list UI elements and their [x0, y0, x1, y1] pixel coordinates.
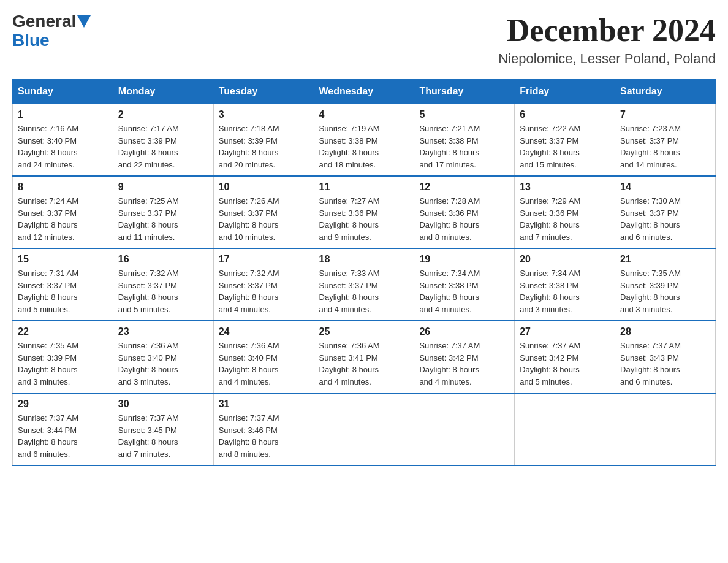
table-row: 10 Sunrise: 7:26 AM Sunset: 3:37 PM Dayl…	[213, 176, 314, 248]
table-row: 31 Sunrise: 7:37 AM Sunset: 3:46 PM Dayl…	[213, 393, 314, 465]
day-info: Sunrise: 7:22 AM Sunset: 3:37 PM Dayligh…	[520, 123, 610, 170]
day-info: Sunrise: 7:33 AM Sunset: 3:37 PM Dayligh…	[319, 267, 409, 315]
header-friday: Friday	[515, 80, 615, 104]
day-info: Sunrise: 7:19 AM Sunset: 3:38 PM Dayligh…	[319, 123, 409, 170]
day-info: Sunrise: 7:30 AM Sunset: 3:37 PM Dayligh…	[620, 195, 710, 243]
day-number: 1	[18, 109, 108, 120]
table-row: 20 Sunrise: 7:34 AM Sunset: 3:38 PM Dayl…	[515, 248, 615, 321]
day-info: Sunrise: 7:37 AM Sunset: 3:43 PM Dayligh…	[620, 340, 710, 388]
calendar-week-row: 15 Sunrise: 7:31 AM Sunset: 3:37 PM Dayl…	[13, 248, 716, 321]
table-row: 14 Sunrise: 7:30 AM Sunset: 3:37 PM Dayl…	[615, 176, 716, 248]
table-row: 22 Sunrise: 7:35 AM Sunset: 3:39 PM Dayl…	[13, 321, 113, 393]
table-row: 16 Sunrise: 7:32 AM Sunset: 3:37 PM Dayl…	[113, 248, 213, 321]
day-number: 6	[520, 109, 610, 120]
calendar-week-row: 22 Sunrise: 7:35 AM Sunset: 3:39 PM Dayl…	[13, 321, 716, 393]
day-number: 23	[118, 326, 208, 337]
table-row: 3 Sunrise: 7:18 AM Sunset: 3:39 PM Dayli…	[213, 104, 314, 176]
day-number: 2	[118, 109, 208, 120]
logo: General Blue	[12, 12, 91, 50]
day-info: Sunrise: 7:37 AM Sunset: 3:42 PM Dayligh…	[520, 340, 610, 388]
day-number: 24	[219, 326, 309, 337]
table-row: 29 Sunrise: 7:37 AM Sunset: 3:44 PM Dayl…	[13, 393, 113, 465]
day-info: Sunrise: 7:26 AM Sunset: 3:37 PM Dayligh…	[219, 195, 309, 243]
logo-blue-text: Blue	[12, 31, 50, 50]
day-number: 20	[520, 254, 610, 265]
day-number: 22	[18, 326, 108, 337]
day-number: 11	[319, 182, 409, 193]
table-row: 11 Sunrise: 7:27 AM Sunset: 3:36 PM Dayl…	[314, 176, 414, 248]
day-info: Sunrise: 7:34 AM Sunset: 3:38 PM Dayligh…	[419, 267, 509, 315]
table-row: 19 Sunrise: 7:34 AM Sunset: 3:38 PM Dayl…	[414, 248, 515, 321]
day-info: Sunrise: 7:23 AM Sunset: 3:37 PM Dayligh…	[620, 123, 710, 170]
svg-marker-0	[77, 15, 91, 28]
table-row: 28 Sunrise: 7:37 AM Sunset: 3:43 PM Dayl…	[615, 321, 716, 393]
calendar-week-row: 8 Sunrise: 7:24 AM Sunset: 3:37 PM Dayli…	[13, 176, 716, 248]
day-number: 27	[520, 326, 610, 337]
day-info: Sunrise: 7:37 AM Sunset: 3:42 PM Dayligh…	[419, 340, 509, 388]
logo-general-text: General	[12, 12, 76, 31]
day-number: 9	[118, 182, 208, 193]
day-info: Sunrise: 7:29 AM Sunset: 3:36 PM Dayligh…	[520, 195, 610, 243]
header-tuesday: Tuesday	[213, 80, 314, 104]
table-row: 5 Sunrise: 7:21 AM Sunset: 3:38 PM Dayli…	[414, 104, 515, 176]
table-row: 4 Sunrise: 7:19 AM Sunset: 3:38 PM Dayli…	[314, 104, 414, 176]
day-info: Sunrise: 7:37 AM Sunset: 3:46 PM Dayligh…	[219, 412, 309, 460]
day-info: Sunrise: 7:35 AM Sunset: 3:39 PM Dayligh…	[620, 267, 710, 315]
calendar-table: Sunday Monday Tuesday Wednesday Thursday…	[12, 79, 716, 466]
table-row: 12 Sunrise: 7:28 AM Sunset: 3:36 PM Dayl…	[414, 176, 515, 248]
calendar-header-row: Sunday Monday Tuesday Wednesday Thursday…	[13, 80, 716, 104]
table-row: 23 Sunrise: 7:36 AM Sunset: 3:40 PM Dayl…	[113, 321, 213, 393]
table-row: 13 Sunrise: 7:29 AM Sunset: 3:36 PM Dayl…	[515, 176, 615, 248]
day-number: 14	[620, 182, 710, 193]
day-number: 12	[419, 182, 509, 193]
day-info: Sunrise: 7:36 AM Sunset: 3:40 PM Dayligh…	[219, 340, 309, 388]
day-info: Sunrise: 7:36 AM Sunset: 3:40 PM Dayligh…	[118, 340, 208, 388]
title-section: December 2024 Niepolomice, Lesser Poland…	[498, 12, 716, 67]
table-row: 21 Sunrise: 7:35 AM Sunset: 3:39 PM Dayl…	[615, 248, 716, 321]
day-number: 18	[319, 254, 409, 265]
day-number: 19	[419, 254, 509, 265]
table-row: 6 Sunrise: 7:22 AM Sunset: 3:37 PM Dayli…	[515, 104, 615, 176]
table-row: 27 Sunrise: 7:37 AM Sunset: 3:42 PM Dayl…	[515, 321, 615, 393]
table-row: 1 Sunrise: 7:16 AM Sunset: 3:40 PM Dayli…	[13, 104, 113, 176]
day-number: 28	[620, 326, 710, 337]
day-number: 29	[18, 399, 108, 410]
day-number: 15	[18, 254, 108, 265]
table-row	[515, 393, 615, 465]
table-row: 25 Sunrise: 7:36 AM Sunset: 3:41 PM Dayl…	[314, 321, 414, 393]
day-info: Sunrise: 7:37 AM Sunset: 3:45 PM Dayligh…	[118, 412, 208, 460]
table-row	[314, 393, 414, 465]
table-row: 8 Sunrise: 7:24 AM Sunset: 3:37 PM Dayli…	[13, 176, 113, 248]
day-number: 8	[18, 182, 108, 193]
day-info: Sunrise: 7:32 AM Sunset: 3:37 PM Dayligh…	[118, 267, 208, 315]
calendar-subtitle: Niepolomice, Lesser Poland, Poland	[498, 51, 716, 67]
day-number: 5	[419, 109, 509, 120]
day-info: Sunrise: 7:31 AM Sunset: 3:37 PM Dayligh…	[18, 267, 108, 315]
header-sunday: Sunday	[13, 80, 113, 104]
day-info: Sunrise: 7:21 AM Sunset: 3:38 PM Dayligh…	[419, 123, 509, 170]
day-number: 26	[419, 326, 509, 337]
day-number: 17	[219, 254, 309, 265]
day-info: Sunrise: 7:28 AM Sunset: 3:36 PM Dayligh…	[419, 195, 509, 243]
day-info: Sunrise: 7:37 AM Sunset: 3:44 PM Dayligh…	[18, 412, 108, 460]
day-number: 21	[620, 254, 710, 265]
header-saturday: Saturday	[615, 80, 716, 104]
calendar-week-row: 1 Sunrise: 7:16 AM Sunset: 3:40 PM Dayli…	[13, 104, 716, 176]
calendar-title: December 2024	[498, 12, 716, 48]
page-header: General Blue December 2024 Niepolomice, …	[12, 12, 716, 67]
day-info: Sunrise: 7:32 AM Sunset: 3:37 PM Dayligh…	[219, 267, 309, 315]
day-info: Sunrise: 7:27 AM Sunset: 3:36 PM Dayligh…	[319, 195, 409, 243]
day-info: Sunrise: 7:34 AM Sunset: 3:38 PM Dayligh…	[520, 267, 610, 315]
day-number: 16	[118, 254, 208, 265]
table-row: 7 Sunrise: 7:23 AM Sunset: 3:37 PM Dayli…	[615, 104, 716, 176]
table-row: 30 Sunrise: 7:37 AM Sunset: 3:45 PM Dayl…	[113, 393, 213, 465]
table-row: 9 Sunrise: 7:25 AM Sunset: 3:37 PM Dayli…	[113, 176, 213, 248]
day-info: Sunrise: 7:24 AM Sunset: 3:37 PM Dayligh…	[18, 195, 108, 243]
day-number: 25	[319, 326, 409, 337]
calendar-week-row: 29 Sunrise: 7:37 AM Sunset: 3:44 PM Dayl…	[13, 393, 716, 465]
logo-arrow-icon	[77, 15, 91, 29]
header-monday: Monday	[113, 80, 213, 104]
day-info: Sunrise: 7:17 AM Sunset: 3:39 PM Dayligh…	[118, 123, 208, 170]
day-number: 10	[219, 182, 309, 193]
day-number: 30	[118, 399, 208, 410]
